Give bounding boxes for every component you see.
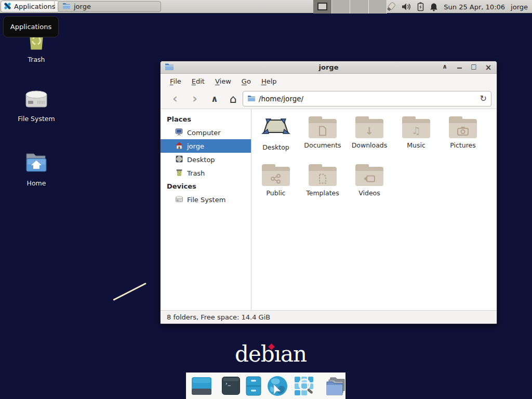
- menu-help[interactable]: Help: [256, 75, 282, 87]
- system-tray: Sun 25 Apr, 10:06 jorge: [385, 0, 532, 14]
- home-folder-icon: [24, 151, 48, 177]
- sidebar-item-file-system[interactable]: File System: [161, 193, 251, 206]
- status-text: 8 folders, Free space: 14.4 GiB: [167, 313, 270, 321]
- menu-edit[interactable]: Edit: [187, 75, 210, 87]
- username-indicator[interactable]: jorge: [511, 3, 528, 11]
- file-item-label: Documents: [304, 141, 341, 149]
- terminal-launcher[interactable]: ›_: [221, 376, 241, 395]
- file-item-label: Desktop: [262, 143, 289, 151]
- xfce-applications-icon: [3, 2, 12, 12]
- desktop-pencil-stroke: [113, 283, 147, 301]
- taskbar-window-label: jorge: [74, 3, 91, 10]
- applications-menu-button[interactable]: Applications: [1, 1, 59, 12]
- sidebar-item-label: Desktop: [187, 156, 215, 164]
- folder-public-icon: [262, 164, 290, 186]
- sidebar-item-desktop[interactable]: Desktop: [161, 153, 251, 166]
- workspace-1[interactable]: [313, 0, 332, 14]
- folder-documents-icon: [309, 116, 337, 138]
- toolbar: ‹ › ∧ ⌂ /home/jorge/ ↻: [161, 88, 497, 109]
- file-item-documents[interactable]: Documents: [299, 116, 346, 164]
- folder-videos-icon: [355, 164, 383, 186]
- web-browser-launcher[interactable]: [267, 375, 288, 397]
- home-button[interactable]: ⌂: [225, 88, 241, 109]
- menu-bar: File Edit View Go Help: [161, 74, 497, 88]
- shade-button[interactable]: ∧: [441, 63, 449, 72]
- folder-templates-icon: [309, 164, 337, 186]
- directory-menu-launcher[interactable]: [324, 376, 347, 396]
- file-item-pictures[interactable]: Pictures: [440, 116, 486, 164]
- mouse-tray-icon[interactable]: [385, 2, 396, 12]
- file-item-public[interactable]: Public: [252, 164, 299, 212]
- location-path[interactable]: /home/jorge/: [259, 95, 303, 103]
- minimize-button[interactable]: [455, 63, 463, 72]
- workspace-window-outline: [317, 3, 327, 10]
- file-item-music[interactable]: ♫ Music: [393, 116, 440, 164]
- sidebar-item-trash[interactable]: Trash: [161, 166, 251, 180]
- workspace-3[interactable]: [350, 0, 369, 14]
- debian-logo: debıan: [235, 343, 308, 368]
- computer-icon: [175, 128, 183, 138]
- desktop-icon-label: Home: [27, 179, 46, 187]
- file-item-label: Templates: [306, 189, 339, 197]
- close-button[interactable]: ×: [484, 63, 493, 72]
- workspace-4[interactable]: [369, 0, 388, 14]
- file-item-templates[interactable]: Templates: [299, 164, 346, 212]
- location-bar[interactable]: /home/jorge/ ↻: [243, 91, 491, 107]
- desktop-icon-label: Trash: [28, 56, 45, 63]
- menu-file[interactable]: File: [165, 75, 187, 87]
- file-item-label: Videos: [358, 189, 380, 197]
- applications-tooltip: Applications: [3, 16, 59, 37]
- application-finder-launcher[interactable]: [293, 375, 315, 397]
- file-icon-view[interactable]: Desktop Documents ↓ Downloads: [251, 109, 497, 310]
- reload-icon[interactable]: ↻: [480, 94, 487, 103]
- menu-view[interactable]: View: [210, 75, 236, 87]
- taskbar-window-button[interactable]: jorge: [58, 1, 161, 12]
- file-item-label: Music: [407, 141, 425, 149]
- top-panel: Applications ⁞ jorge: [0, 0, 532, 14]
- sidebar-item-label: Computer: [187, 129, 221, 137]
- desktop-icon-label: File System: [18, 115, 55, 123]
- tooltip-text: Applications: [10, 23, 51, 31]
- sidebar-item-computer[interactable]: Computer: [161, 126, 251, 139]
- sidebar-item-label: File System: [187, 196, 225, 204]
- path-folder-icon: [247, 94, 256, 104]
- desktop-icon-home[interactable]: Home: [8, 151, 65, 187]
- folder-music-icon: ♫: [402, 116, 430, 138]
- sidebar-item-label: jorge: [187, 142, 204, 150]
- hard-drive-icon: [24, 88, 49, 112]
- home-icon: [175, 141, 183, 151]
- back-button[interactable]: ‹: [167, 88, 183, 109]
- battery-icon[interactable]: [417, 2, 424, 11]
- folder-downloads-icon: ↓: [355, 116, 383, 138]
- sidebar-places-header: Places: [161, 113, 251, 126]
- forward-button[interactable]: ›: [187, 88, 203, 109]
- sidebar-item-jorge[interactable]: jorge: [161, 139, 251, 153]
- bottom-dock: ›_: [186, 373, 345, 399]
- notification-bell-icon[interactable]: [430, 3, 438, 11]
- window-titlebar[interactable]: jorge ∧ □ ×: [161, 61, 497, 74]
- desktop-special-icon: [261, 116, 290, 140]
- maximize-button[interactable]: □: [470, 63, 478, 72]
- file-item-desktop[interactable]: Desktop: [252, 116, 299, 164]
- show-desktop-button[interactable]: [191, 376, 212, 396]
- menu-go[interactable]: Go: [236, 75, 256, 87]
- sidebar-item-label: Trash: [187, 169, 205, 177]
- desktop-icon: [175, 155, 183, 165]
- desktop-icon-file-system[interactable]: File System: [8, 88, 65, 123]
- workspace-2[interactable]: [332, 0, 351, 14]
- file-item-label: Downloads: [352, 141, 388, 149]
- file-item-downloads[interactable]: ↓ Downloads: [346, 116, 393, 164]
- trash-icon: [175, 168, 183, 178]
- applications-menu-label: Applications: [14, 3, 55, 10]
- panel-handle[interactable]: ⁞: [54, 2, 56, 5]
- sidebar: Places Computer: [161, 109, 251, 310]
- up-button[interactable]: ∧: [207, 88, 222, 109]
- file-item-videos[interactable]: Videos: [346, 164, 393, 212]
- volume-icon[interactable]: [402, 3, 411, 11]
- folder-pictures-icon: [449, 116, 477, 138]
- clock[interactable]: Sun 25 Apr, 10:06: [444, 3, 505, 11]
- file-manager-window: jorge ∧ □ × File Edit View Go Help ‹ › ∧…: [160, 61, 497, 324]
- file-item-label: Pictures: [450, 141, 476, 149]
- file-manager-launcher[interactable]: [245, 376, 262, 396]
- sidebar-devices-header: Devices: [161, 180, 251, 193]
